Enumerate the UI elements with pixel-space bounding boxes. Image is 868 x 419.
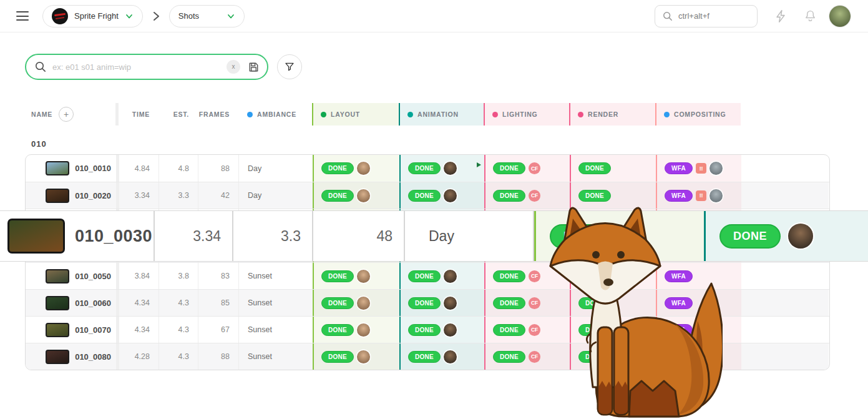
status-badge[interactable]: DONE [408, 351, 441, 363]
project-selector[interactable]: Sprite Fright [42, 5, 143, 27]
layout-cell[interactable]: DONE [313, 290, 399, 316]
shot-name-cell[interactable]: 010_0060 [26, 290, 119, 316]
status-badge[interactable]: WFA [665, 190, 693, 202]
layout-cell[interactable]: DONE [313, 263, 399, 289]
animation-cell[interactable]: DONE [399, 263, 484, 289]
status-badge[interactable]: DONE [493, 297, 525, 309]
column-header-compositing[interactable]: COMPOSITING [655, 103, 741, 126]
est-cell: 3.3 [159, 182, 198, 209]
lighting-cell[interactable]: DONECF [484, 155, 570, 182]
render-cell[interactable]: DONE [570, 155, 656, 182]
column-header-render[interactable]: RENDER [569, 103, 655, 126]
status-badge[interactable]: DONE [493, 162, 525, 174]
shot-thumbnail[interactable] [46, 323, 69, 337]
status-badge[interactable]: DONE [408, 162, 441, 174]
status-badge[interactable]: DONE [408, 190, 441, 202]
shot-thumbnail[interactable] [46, 189, 69, 203]
shot-thumbnail[interactable] [46, 269, 69, 283]
layout-cell[interactable]: DONE [313, 317, 399, 343]
shot-name: 010_0020 [75, 191, 111, 200]
status-badge[interactable]: DONE [321, 297, 354, 309]
column-header-frames[interactable]: FRAMES [198, 103, 238, 126]
status-badge[interactable]: DONE [408, 324, 441, 336]
shot-thumbnail[interactable] [7, 219, 65, 254]
shot-thumbnail[interactable] [46, 161, 69, 175]
status-badge[interactable]: DONE [408, 297, 441, 309]
shot-name-cell[interactable]: 010_0080 [26, 343, 119, 370]
assignee-avatar [357, 189, 370, 202]
clear-filter-button[interactable]: x [227, 60, 240, 74]
status-badge[interactable]: WFA [665, 162, 693, 174]
quick-search-input[interactable]: ctrl+alt+f [655, 5, 758, 27]
assignee-avatar [710, 162, 723, 175]
column-status-dot [492, 112, 498, 117]
status-badge[interactable]: DONE [321, 351, 354, 363]
shot-name-cell[interactable]: 010_0030 [0, 211, 155, 261]
time-cell: 3.84 [119, 263, 159, 289]
table-header: NAME + TIMEEST.FRAMESAMBIANCELAYOUTANIMA… [25, 103, 830, 126]
ambiance-cell: Sunset [239, 290, 313, 316]
shot-name: 010_0080 [75, 352, 111, 362]
animation-cell[interactable]: DONE [399, 155, 484, 182]
layout-cell[interactable]: DONE [313, 343, 399, 370]
shot-name-cell[interactable]: 010_0050 [26, 263, 119, 289]
project-name: Sprite Fright [74, 11, 119, 21]
status-badge[interactable]: DONE [578, 190, 611, 202]
status-badge[interactable]: DONE [493, 351, 525, 363]
column-header-ambiance[interactable]: AMBIANCE [238, 103, 312, 126]
row-filler [741, 155, 829, 182]
assignee-avatar [444, 270, 457, 283]
shot-name-cell[interactable]: 010_0020 [26, 182, 119, 209]
animation-cell[interactable]: DONE [399, 182, 484, 209]
notifications-button[interactable] [804, 9, 817, 23]
filter-toolbar: ex: e01 s01 anim=wip x [25, 54, 302, 80]
topbar: Sprite Fright Shots ctrl+alt+f [0, 0, 868, 32]
column-header-lighting[interactable]: LIGHTING [484, 103, 569, 126]
animation-cell[interactable]: DONE [399, 290, 484, 316]
status-badge[interactable]: DONE [719, 224, 781, 249]
column-header-animation[interactable]: ANIMATION [399, 103, 484, 126]
column-header-label: TIME [132, 111, 150, 118]
shot-name-cell[interactable]: 010_0070 [26, 317, 119, 343]
assignee-avatar [357, 350, 370, 363]
status-badge[interactable]: DONE [493, 270, 525, 282]
search-icon [35, 61, 46, 72]
animation-cell[interactable]: DONE [704, 211, 868, 261]
layout-cell[interactable]: DONE [313, 182, 399, 209]
est-cell: 4.3 [159, 290, 198, 316]
advanced-filter-button[interactable] [277, 54, 302, 79]
shot-name-cell[interactable]: 010_0010 [26, 155, 119, 182]
row-filler [741, 317, 829, 343]
retake-count-badge: CF [529, 162, 540, 174]
status-badge[interactable]: DONE [493, 324, 525, 336]
layout-cell[interactable]: DONE [313, 155, 399, 182]
time-cell: 3.34 [155, 211, 233, 261]
status-badge[interactable]: DONE [408, 270, 441, 282]
filter-placeholder: ex: e01 s01 anim=wip [52, 62, 220, 72]
section-selector[interactable]: Shots [169, 5, 245, 27]
status-badge[interactable]: DONE [321, 270, 354, 282]
column-header-est[interactable]: EST. [158, 103, 198, 126]
status-badge[interactable]: DONE [321, 190, 354, 202]
column-header-label: COMPOSITING [674, 111, 726, 118]
status-badge[interactable]: DONE [578, 162, 611, 174]
status-badge[interactable]: DONE [493, 190, 525, 202]
shot-thumbnail[interactable] [46, 296, 69, 310]
shot-thumbnail[interactable] [46, 350, 69, 364]
assignee-avatar [357, 162, 370, 175]
bell-icon [804, 9, 817, 23]
shot-filter-input[interactable]: ex: e01 s01 anim=wip x [25, 54, 268, 80]
user-avatar[interactable] [829, 6, 851, 27]
menu-hamburger-button[interactable] [16, 11, 29, 21]
save-filter-button[interactable] [248, 61, 260, 73]
column-header-layout[interactable]: LAYOUT [312, 103, 399, 126]
column-header-time[interactable]: TIME [119, 103, 158, 126]
compositing-cell[interactable]: WFA!! [656, 155, 741, 182]
animation-cell[interactable]: DONE [399, 317, 484, 343]
timesheet-flash-button[interactable] [774, 9, 788, 24]
frames-cell: 88 [198, 155, 239, 182]
animation-cell[interactable]: DONE [399, 343, 484, 370]
status-badge[interactable]: DONE [321, 162, 354, 174]
status-badge[interactable]: DONE [321, 324, 354, 336]
add-column-button[interactable]: + [59, 107, 74, 122]
